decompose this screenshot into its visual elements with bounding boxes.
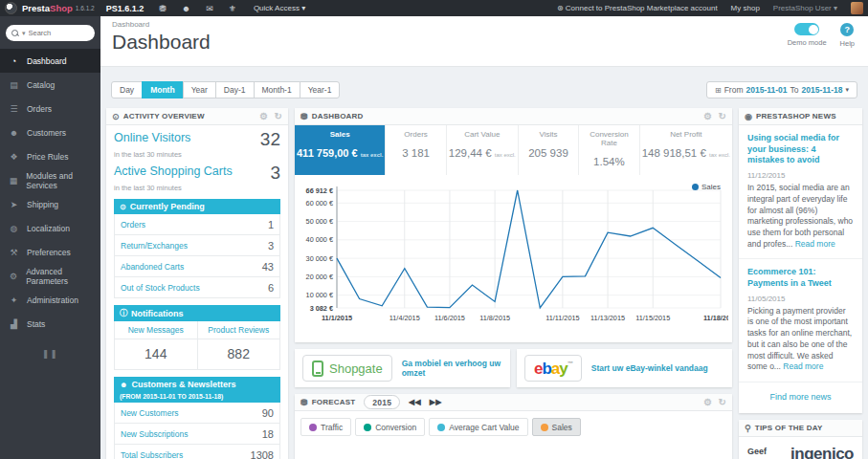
svg-text:50 000 €: 50 000 € bbox=[306, 217, 333, 226]
filter-year-1-button[interactable]: Year-1 bbox=[300, 81, 341, 98]
kpi-value: 411 759,00 € bbox=[297, 147, 358, 159]
clock-icon: ⊙ bbox=[120, 203, 126, 211]
active-carts-link[interactable]: Active Shopping Carts bbox=[114, 164, 233, 178]
sidebar-item-customers[interactable]: ☻Customers bbox=[0, 120, 100, 144]
help-icon[interactable]: ? bbox=[840, 23, 854, 36]
kpi-label: Cart Value bbox=[449, 130, 516, 139]
brand-name[interactable]: PrestaShop bbox=[22, 3, 73, 13]
kpi-value: 3 181 bbox=[402, 147, 430, 159]
customers-newsletters-subtitle: (FROM 2015-11-01 TO 2015-11-18) bbox=[120, 393, 275, 400]
search-scope-caret-icon[interactable]: ▾ bbox=[22, 30, 26, 37]
online-visitors-link[interactable]: Online Visitors bbox=[114, 131, 190, 144]
forecast-panel: ⛃ FORECAST 2015 ◀◀ ▶▶ ⚙↻ Traffic Convers… bbox=[295, 394, 732, 459]
news-article-date: 11/12/2015 bbox=[747, 171, 854, 180]
new-subscriptions-link[interactable]: New Subscriptions bbox=[121, 429, 188, 439]
sidebar-item-price-rules[interactable]: ❖Price Rules bbox=[0, 144, 100, 168]
sales-line-chart[interactable]: 66 912 €60 000 €50 000 €40 000 €30 000 €… bbox=[297, 181, 728, 337]
prestashop-logo-icon[interactable] bbox=[5, 2, 17, 14]
kpi-visits[interactable]: Visits 205 939 bbox=[519, 125, 579, 175]
avatar[interactable] bbox=[851, 2, 863, 14]
shopgate-link[interactable]: Ga mobiel en verhoog uw omzet bbox=[402, 359, 502, 378]
sidebar-search[interactable]: ▾ bbox=[6, 25, 95, 41]
quick-access-menu[interactable]: Quick Access ▾ bbox=[254, 4, 305, 12]
lightbulb-icon: ⚲ bbox=[745, 424, 751, 433]
ebay-link[interactable]: Start uw eBay-winkel vandaag bbox=[591, 363, 708, 373]
sidebar-item-label: Dashboard bbox=[27, 56, 67, 66]
online-visitors-metric: Online Visitors 32 bbox=[114, 131, 280, 150]
sales-chart: 66 912 €60 000 €50 000 €40 000 €30 000 €… bbox=[295, 175, 732, 342]
user-icon[interactable]: ☻ bbox=[182, 4, 190, 13]
forecast-year[interactable]: 2015 bbox=[364, 395, 400, 409]
sidebar-item-shipping[interactable]: ➤Shipping bbox=[0, 192, 100, 216]
filter-month-1-button[interactable]: Month-1 bbox=[254, 81, 300, 98]
kpi-sales[interactable]: Sales 411 759,00 € tax excl. bbox=[295, 125, 386, 175]
kpi-conversion-rate[interactable]: Conversion Rate 1.54% bbox=[579, 125, 639, 175]
filter-day-1-button[interactable]: Day-1 bbox=[215, 81, 255, 98]
date-from-label: From bbox=[724, 85, 744, 95]
filter-year-button[interactable]: Year bbox=[183, 81, 216, 98]
gear-icon[interactable]: ⚙ bbox=[259, 111, 268, 121]
pending-returns-link[interactable]: Return/Exchanges bbox=[121, 241, 188, 251]
sidebar-item-advanced-parameters[interactable]: ⚙Advanced Parameters bbox=[0, 264, 100, 288]
kpi-cart-value[interactable]: Cart Value 129,44 € tax excl. bbox=[447, 125, 519, 175]
forecast-toggle-sales[interactable]: Sales bbox=[532, 418, 581, 436]
my-shop-link[interactable]: My shop bbox=[731, 4, 760, 12]
new-customers-value: 90 bbox=[262, 407, 274, 419]
read-more-link[interactable]: Read more bbox=[795, 239, 835, 249]
date-range-picker[interactable]: ⊞ From 2015-11-01 To 2015-11-18 ▾ bbox=[706, 81, 857, 98]
sidebar-nav: ◔Dashboard ▤Catalog ☰Orders ☻Customers ❖… bbox=[0, 49, 100, 336]
filter-day-button[interactable]: Day bbox=[111, 81, 143, 98]
pending-orders-link[interactable]: Orders bbox=[121, 220, 145, 230]
user-menu[interactable]: PrestaShop User ▾ bbox=[773, 4, 837, 12]
forecast-toggle-average-cart-value[interactable]: Average Cart Value bbox=[429, 418, 527, 436]
kpi-net-profit[interactable]: Net Profit 148 918,51 € tax excl. bbox=[640, 125, 732, 175]
find-more-news-link[interactable]: Find more news bbox=[739, 382, 862, 413]
dashboard-icon: ◔ bbox=[9, 56, 19, 66]
news-article-title-link[interactable]: Using social media for your business: 4 … bbox=[747, 133, 854, 166]
ebay-ad[interactable]: ebay™ Start uw eBay-winkel vandaag bbox=[517, 349, 732, 387]
sidebar-item-preferences[interactable]: ⚒Preferences bbox=[0, 240, 100, 264]
new-messages-link[interactable]: New Messages bbox=[115, 321, 197, 339]
sidebar-item-dashboard[interactable]: ◔Dashboard bbox=[0, 49, 100, 73]
shopgate-ad[interactable]: Shopgate Ga mobiel en verhoog uw omzet bbox=[295, 349, 510, 387]
filter-month-button[interactable]: Month bbox=[142, 81, 184, 98]
new-customers-link[interactable]: New Customers bbox=[121, 408, 178, 418]
total-subscribers-link[interactable]: Total Subscribers bbox=[121, 450, 183, 459]
out-of-stock-link[interactable]: Out of Stock Products bbox=[121, 283, 200, 293]
search-input[interactable] bbox=[29, 29, 89, 37]
gear-icon[interactable]: ⚙ bbox=[703, 111, 712, 121]
ebay-letter: y bbox=[559, 360, 567, 378]
refresh-icon[interactable]: ↻ bbox=[718, 397, 726, 407]
breadcrumb[interactable]: Dashboard bbox=[112, 20, 857, 29]
kpi-orders[interactable]: Orders 3 181 bbox=[386, 125, 446, 175]
date-to-label: To bbox=[790, 85, 798, 95]
marketplace-link[interactable]: ⊛ Connect to PrestaShop Marketplace acco… bbox=[557, 4, 718, 12]
news-article-title-link[interactable]: Ecommerce 101: Payments in a Tweet bbox=[747, 267, 854, 289]
sidebar-item-catalog[interactable]: ▤Catalog bbox=[0, 73, 100, 97]
refresh-icon[interactable]: ↻ bbox=[718, 111, 726, 121]
sidebar-item-localization[interactable]: ◍Localization bbox=[0, 216, 100, 240]
mail-icon[interactable]: ✉ bbox=[206, 4, 213, 13]
currently-pending-header: ⊙ Currently Pending bbox=[114, 199, 280, 214]
chart-legend[interactable]: Sales bbox=[692, 183, 721, 191]
refresh-icon[interactable]: ↻ bbox=[274, 111, 282, 121]
gear-icon[interactable]: ⚙ bbox=[703, 397, 712, 407]
news-article: Using social media for your business: 4 … bbox=[739, 125, 862, 259]
sidebar-collapse-icon[interactable]: ❚❚ bbox=[0, 349, 100, 359]
sidebar-item-orders[interactable]: ☰Orders bbox=[0, 97, 100, 120]
sidebar-item-modules[interactable]: ▦Modules and Services bbox=[0, 168, 100, 192]
cart-icon[interactable]: ⛃ bbox=[159, 4, 167, 13]
forecast-next-button[interactable]: ▶▶ bbox=[430, 398, 442, 406]
sidebar-item-stats[interactable]: ▟Stats bbox=[0, 312, 100, 336]
read-more-link[interactable]: Read more bbox=[783, 361, 823, 371]
demo-mode-toggle[interactable] bbox=[794, 23, 819, 35]
forecast-toggle-conversion[interactable]: Conversion bbox=[355, 418, 425, 436]
forecast-prev-button[interactable]: ◀◀ bbox=[409, 398, 421, 406]
abandoned-carts-link[interactable]: Abandoned Carts bbox=[121, 262, 184, 272]
calendar-icon: ⊞ bbox=[715, 86, 722, 95]
sidebar-item-label: Orders bbox=[27, 104, 52, 114]
trophy-icon[interactable]: ⚜ bbox=[229, 4, 236, 13]
sidebar-item-administration[interactable]: ✦Administration bbox=[0, 288, 100, 312]
product-reviews-link[interactable]: Product Reviews bbox=[198, 321, 280, 339]
forecast-toggle-traffic[interactable]: Traffic bbox=[300, 418, 351, 436]
